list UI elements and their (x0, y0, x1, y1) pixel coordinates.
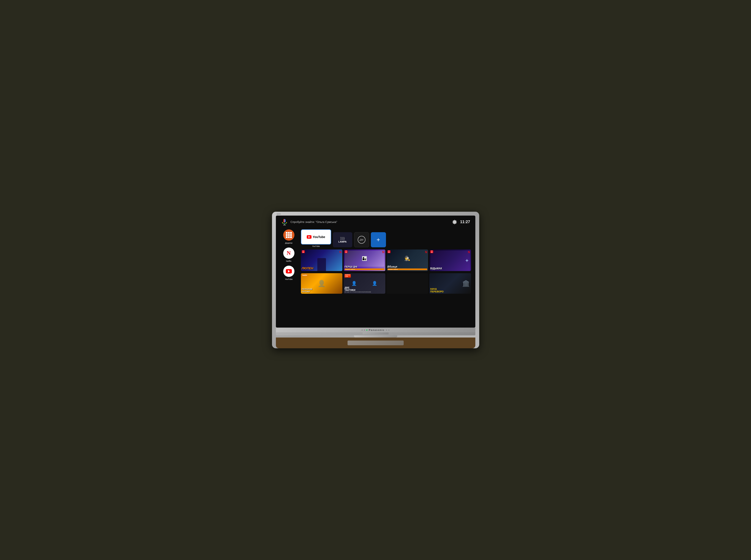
netflix-badge-lupek: N (339, 250, 341, 254)
wifi-indicator: WiFi (277, 213, 281, 215)
yt-card-empty[interactable] (387, 273, 428, 294)
dva-overlay: ФЕЙГІН LIVE ДВЕ ТАКТИКИ БЕСІДА СО СТАНИС… (344, 273, 385, 294)
yt-card-nachal[interactable]: 🏛️ НАЧА ПЕРЕВОРО (429, 273, 471, 294)
lampa-app-tile[interactable]: )))) LAMPA (333, 232, 352, 247)
lampa-label: LAMPA (338, 240, 347, 243)
tv-brand: Panasonic (369, 329, 384, 331)
dm-app-tile[interactable]: ДМ (354, 232, 369, 247)
feigny-badge: ФЕЙГІН LIVE (344, 274, 351, 278)
led-dot-1 (361, 329, 363, 331)
dva-title2: ТАКТИКИ (344, 289, 384, 291)
perekryv-title-area: ПЕРЕКРИВ ПОТОКИ (302, 288, 342, 293)
dm-text: ДМ (360, 238, 363, 241)
pershi-dni-overlay: TOP 10 N ПЕРШІ ДНІ Недавно додано (344, 249, 385, 271)
sidebar-item-apps[interactable]: Додатки (283, 229, 294, 244)
apps-grid-icon (286, 232, 292, 238)
header: Спробуйте знайти: "Ольга Сумська" 11:27 (280, 219, 471, 225)
tv-stand-neck (363, 332, 389, 335)
add-plus-icon: + (376, 237, 380, 243)
vidmak-title: ВІДЬМАК (430, 266, 470, 270)
add-app-tile[interactable]: + (371, 232, 386, 247)
netflix-icon-bg: N (283, 247, 294, 259)
tv-stand (276, 332, 475, 335)
vbyvtsia-overlay: TOP 10 N Вбивця Недавно додано (387, 249, 428, 271)
tv-stand-base (354, 335, 397, 338)
top10-badge-vbyvtsia: TOP 10 (388, 250, 391, 253)
sidebar-item-youtube[interactable]: YouTube (283, 266, 294, 280)
vbyvtsia-title: Вбивця Недавно додано (388, 264, 428, 270)
perekryv-badge: №854 (302, 274, 308, 276)
sidebar-apps-label: Додатки (285, 242, 292, 244)
netflix-badge-pershi: N (382, 250, 384, 254)
tv-screen: Спробуйте знайти: "Ольга Сумська" 11:27 (276, 216, 475, 328)
youtube-tile-label: YouTube (312, 245, 320, 247)
sidebar-youtube-label: YouTube (285, 278, 293, 280)
apps-row: YouTube YouTube )))) LAMPA (301, 229, 471, 247)
netflix-card-lupek[interactable]: TOP 10 N ЛЮПЕН (301, 249, 342, 271)
perekryv-title: ПЕРЕКРИВ (302, 288, 342, 291)
yt-logo-play-icon (307, 235, 312, 239)
led-dot-3 (386, 329, 387, 331)
android-tv-ui: Спробуйте знайти: "Ольга Сумська" 11:27 (276, 216, 475, 328)
mic-icon[interactable] (281, 219, 288, 225)
sidebar-item-netflix[interactable]: N Netflix (283, 247, 294, 262)
nachal-overlay: НАЧА ПЕРЕВОРО (429, 273, 471, 294)
nachal-title2: ПЕРЕВОРО (430, 290, 470, 293)
perekryv-overlay: №854 ПЕРЕКРИВ ПОТОКИ (301, 273, 342, 294)
vidmak-overlay: TOP 10 N ВІДЬМАК (429, 249, 471, 271)
search-hint: Спробуйте знайти: "Ольга Сумська" (291, 220, 337, 224)
lupek-overlay: TOP 10 N ЛЮПЕН (301, 249, 342, 271)
yt-card-perekryv[interactable]: 👤 №854 ПЕРЕКРИВ ПОТОКИ (301, 273, 342, 294)
recently-badge-vbyvtsia: Недавно додано (388, 268, 428, 270)
tv-bottom-bezel: Panasonic (276, 327, 475, 332)
main-content: Додатки N Netflix YouTube (280, 229, 471, 325)
perekryv-title2: ПОТОКИ (302, 291, 342, 293)
netflix-badge-vidmak: N (468, 250, 470, 254)
lampa-wifi-icon: )))) (340, 237, 345, 240)
youtube-row: 👤 №854 ПЕРЕКРИВ ПОТОКИ (301, 273, 471, 294)
remote-control (348, 341, 404, 345)
lupek-title: ЛЮПЕН (302, 266, 342, 270)
pershi-dni-title: ПЕРШІ ДНІ Недавно додано (344, 264, 384, 270)
netflix-badge-vbyvtsia: N (425, 250, 427, 254)
top10-badge-lupek: TOP 10 (302, 250, 305, 253)
netflix-logo: N (287, 250, 291, 256)
youtube-app-tile[interactable]: YouTube (301, 229, 331, 244)
tv-frame: WiFi Спробуйте знайти: "Ольга Сумська" (272, 212, 479, 348)
dm-logo: ДМ (358, 236, 365, 244)
led-dot-2 (364, 329, 365, 331)
header-right: 11:27 (452, 220, 470, 224)
content-area: YouTube YouTube )))) LAMPA (301, 229, 471, 325)
header-left: Спробуйте знайти: "Ольга Сумська" (281, 219, 337, 225)
sidebar-netflix-label: Netflix (286, 260, 292, 262)
led-dot-power (366, 329, 368, 331)
svg-rect-1 (283, 219, 284, 222)
netflix-card-vidmak[interactable]: ✦ TOP 10 N (429, 249, 471, 271)
settings-icon[interactable] (452, 220, 457, 224)
youtube-tile-inner: YouTube (307, 235, 325, 239)
yt-card-dva-taktiky[interactable]: 👤 👤 ФЕЙГІН LIVE ДВЕ ТАКТИКИ (344, 273, 385, 294)
top10-badge-pershi: TOP 10 (344, 250, 348, 253)
dva-title-area: ДВЕ ТАКТИКИ БЕСІДА СО СТАНИСЛАВОМ БЕЛКОВ… (344, 286, 384, 293)
netflix-card-pershi-dni[interactable]: 👨‍👧 TOP 10 N (344, 249, 385, 271)
tv-footer-table (276, 338, 475, 348)
youtube-icon-bg (283, 266, 294, 277)
dva-subtitle: БЕСІДА СО СТАНИСЛАВОМ БЕЛКОВСКИМ (344, 291, 384, 293)
led-dot-4 (388, 329, 390, 331)
top10-badge-vidmak: TOP 10 (430, 250, 433, 253)
youtube-app-tile-wrapper: YouTube YouTube (301, 229, 331, 247)
sidebar: Додатки N Netflix YouTube (280, 229, 297, 325)
recently-badge-pershi: Недавно додано (344, 268, 384, 270)
nachal-title: НАЧА (430, 288, 470, 290)
youtube-play-icon (286, 269, 292, 274)
time-display: 11:27 (460, 220, 470, 224)
netflix-card-vbyvtsia[interactable]: 🕵️ TOP 10 N (387, 249, 428, 271)
apps-icon-bg (283, 229, 294, 241)
yt-tile-text: YouTube (313, 235, 325, 239)
netflix-row: TOP 10 N ЛЮПЕН (301, 249, 471, 271)
